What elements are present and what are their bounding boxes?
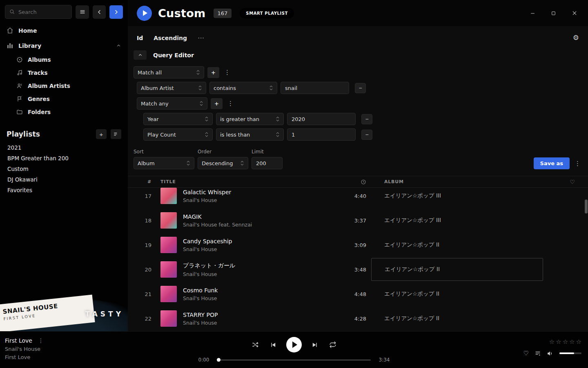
match-group-sub: Match any + ⋮ — [137, 97, 582, 110]
track-row[interactable]: 18 MAGIK Snail's House feat. Sennzai 3:3… — [128, 208, 588, 233]
search-input[interactable] — [18, 9, 63, 15]
star-icon[interactable]: ☆ — [563, 338, 568, 346]
playlist-item[interactable]: DJ Okawari — [0, 174, 128, 185]
now-playing-menu-icon[interactable]: ⋮ — [38, 337, 44, 344]
track-list-viewport[interactable]: 17 Galactic Whisper Snail's House 4:40 エ… — [128, 188, 588, 331]
condition-field-select[interactable]: Play Count — [143, 128, 213, 141]
track-row[interactable]: 22 STARRY POP Snail's House 4:28 エイリアン☆ポ… — [128, 306, 588, 331]
track-row[interactable]: 17 Galactic Whisper Snail's House 4:40 エ… — [128, 188, 588, 208]
match-type-select[interactable]: Match any — [137, 97, 207, 110]
star-icon[interactable]: ☆ — [556, 338, 561, 346]
collapse-query-editor-button[interactable] — [134, 50, 147, 60]
volume-icon[interactable] — [547, 350, 554, 357]
playlist-item[interactable]: Favorites — [0, 185, 128, 195]
track-row[interactable]: 19 Candy Spaceship Snail's House 3:09 エイ… — [128, 233, 588, 257]
search-input-wrap[interactable] — [5, 5, 72, 19]
rating-stars[interactable]: ☆ ☆ ☆ ☆ ☆ — [549, 338, 581, 346]
number-column-header[interactable]: # — [134, 179, 155, 184]
playlist-item[interactable]: 2021 — [0, 142, 128, 153]
sidebar-item-label: Album Artists — [28, 83, 70, 89]
track-row[interactable]: 21 Cosmo Funk Snail's House 4:48 エイリアン☆ポ… — [128, 282, 588, 306]
volume-slider[interactable] — [559, 352, 581, 354]
track-album[interactable]: エイリアン☆ポップ II — [371, 282, 563, 306]
condition-value-input[interactable] — [281, 82, 349, 94]
sidebar-item-genres[interactable]: Genres — [10, 92, 128, 105]
now-playing-artist[interactable]: Snail's House — [5, 346, 135, 352]
track-table: # TITLE ALBUM ♡ 17 — [128, 176, 588, 331]
seek-handle[interactable] — [217, 358, 220, 362]
condition-field-select[interactable]: Year — [143, 113, 213, 125]
sort-select[interactable]: Album — [134, 157, 194, 169]
scrollbar-thumb[interactable] — [585, 200, 588, 213]
remove-condition-button[interactable]: − — [361, 114, 372, 124]
title-column-header[interactable]: TITLE — [155, 179, 339, 184]
condition-operator-select[interactable]: is greater than — [216, 113, 284, 125]
playlist-item[interactable]: BPM Greater than 200 — [0, 153, 128, 164]
star-icon[interactable]: ☆ — [569, 338, 575, 346]
window-close-button[interactable] — [570, 9, 579, 18]
condition-value-input[interactable] — [287, 128, 356, 141]
sort-field-button[interactable]: Id — [137, 35, 143, 41]
chevron-up-icon[interactable] — [116, 43, 121, 48]
track-row[interactable]: 20 プラネット・ガール Snail's House 3:48 エイリアン☆ポッ… — [128, 257, 588, 282]
star-icon[interactable]: ☆ — [576, 338, 581, 346]
condition-operator-select[interactable]: contains — [209, 82, 277, 94]
remove-condition-button[interactable]: − — [361, 130, 372, 140]
nav-forward-button[interactable] — [109, 5, 123, 19]
more-options-icon[interactable]: ⋯ — [198, 34, 205, 42]
save-menu-icon[interactable]: ⋮ — [573, 160, 582, 167]
menu-button[interactable] — [76, 5, 89, 19]
gear-icon[interactable]: ⚙ — [573, 34, 579, 42]
now-playing-title[interactable]: First Love — [5, 337, 32, 344]
order-select[interactable]: Descending — [198, 157, 248, 169]
play-pause-button[interactable] — [286, 337, 302, 352]
track-album[interactable]: エイリアン☆ポップ III — [371, 208, 563, 233]
next-track-button[interactable] — [311, 341, 319, 349]
match-type-select[interactable]: Match all — [134, 66, 204, 79]
playlist-list-button[interactable] — [111, 129, 121, 139]
sidebar-item-album-artists[interactable]: Album Artists — [10, 79, 128, 92]
track-album-art-thumbnail — [160, 261, 177, 278]
track-album[interactable]: エイリアン☆ポップ II — [371, 233, 563, 257]
repeat-button[interactable] — [328, 340, 337, 349]
sidebar-item-home[interactable]: Home — [0, 23, 128, 38]
condition-value-input[interactable] — [287, 113, 356, 125]
add-condition-button[interactable]: + — [211, 98, 223, 109]
favorite-button[interactable]: ♡ — [523, 350, 529, 357]
favorite-column-header[interactable]: ♡ — [563, 179, 582, 185]
condition-field-select[interactable]: Album Artist — [137, 82, 206, 94]
shuffle-button[interactable] — [251, 340, 260, 349]
add-playlist-button[interactable]: + — [96, 129, 107, 139]
star-icon[interactable]: ☆ — [549, 338, 555, 346]
sidebar-item-tracks[interactable]: Tracks — [10, 66, 128, 79]
sidebar-item-albums[interactable]: Albums — [10, 53, 128, 66]
nav-back-button[interactable] — [93, 5, 106, 19]
window-maximize-button[interactable] — [549, 9, 558, 18]
now-playing-album-art[interactable]: SNAIL'S HOUSE FIRST LOVE TASTY — [0, 202, 128, 331]
add-condition-button[interactable]: + — [207, 67, 219, 78]
group-menu-icon[interactable]: ⋮ — [226, 100, 235, 107]
now-playing-album[interactable]: First Love — [5, 354, 135, 360]
condition-operator-select[interactable]: is less than — [216, 128, 284, 141]
track-album[interactable]: エイリアン☆ポップ II — [371, 306, 563, 331]
save-as-button[interactable]: Save as — [534, 157, 570, 169]
track-album[interactable]: エイリアン☆ポップ III — [371, 188, 563, 208]
duration-column-header[interactable] — [339, 179, 371, 185]
track-album[interactable]: エイリアン☆ポップ II — [371, 258, 543, 281]
sort-direction-button[interactable]: Ascending — [154, 35, 187, 41]
sidebar-item-library[interactable]: Library — [0, 38, 128, 53]
album-column-header[interactable]: ALBUM — [371, 179, 563, 184]
condition-row: Year is greater than − — [143, 113, 582, 125]
remove-condition-button[interactable]: − — [355, 83, 366, 93]
playlist-item[interactable]: Custom — [0, 164, 128, 174]
group-menu-icon[interactable]: ⋮ — [223, 69, 232, 76]
select-updown-icon — [186, 160, 190, 166]
limit-input[interactable] — [252, 157, 283, 169]
window-minimize-button[interactable] — [528, 9, 537, 18]
play-playlist-button[interactable] — [137, 6, 152, 21]
previous-track-button[interactable] — [269, 341, 277, 349]
match-group-root: Match all + ⋮ — [134, 66, 582, 79]
sidebar-item-folders[interactable]: Folders — [10, 105, 128, 119]
queue-button[interactable] — [535, 350, 541, 357]
seek-bar[interactable] — [217, 359, 371, 361]
